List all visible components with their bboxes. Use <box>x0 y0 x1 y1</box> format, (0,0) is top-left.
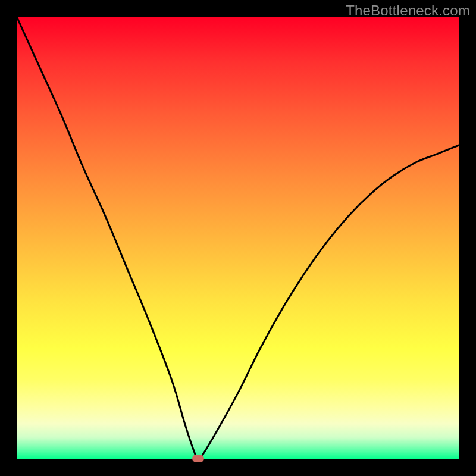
watermark-text: TheBottleneck.com <box>346 2 470 19</box>
bottleneck-curve <box>17 17 459 459</box>
optimum-marker <box>192 455 204 462</box>
chart-frame: TheBottleneck.com <box>0 0 476 476</box>
plot-area <box>17 17 459 459</box>
